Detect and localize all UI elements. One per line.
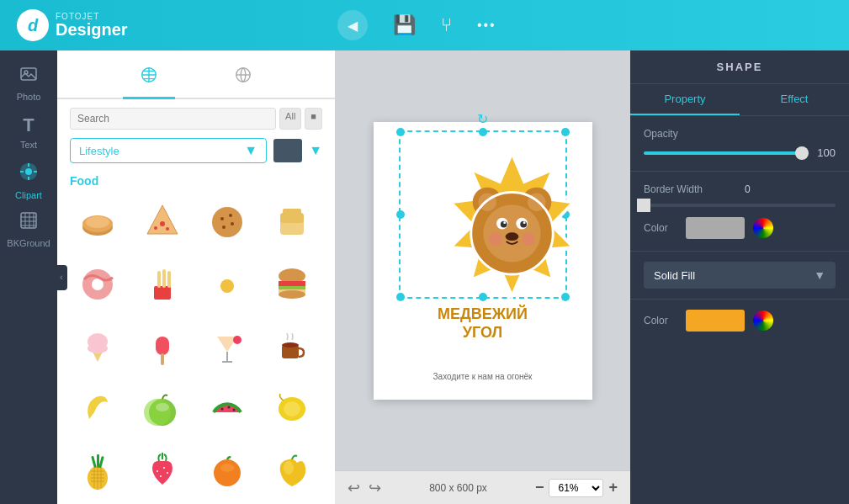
zoom-in-button[interactable]: + [608,479,618,496]
tab-clipart-online[interactable] [217,59,269,99]
clipart-banana[interactable] [70,381,125,437]
svg-point-55 [221,408,224,411]
clipart-panel: All ■ Lifestyle ▼ ▼ Food [57,50,335,504]
fill-color-label: Color [644,315,677,326]
svg-rect-33 [167,271,171,288]
svg-point-43 [88,343,108,353]
shape-panel-title: SHAPE [630,50,849,84]
border-color-palette-btn[interactable] [753,218,773,238]
clipart-watermelon[interactable] [199,381,255,437]
fill-type-select[interactable]: Solid Fill ▼ [644,262,836,289]
category-label: Food [57,170,335,194]
svg-marker-15 [147,205,178,234]
zoom-out-button[interactable]: − [535,479,544,496]
svg-point-24 [231,222,234,225]
svg-point-75 [214,459,241,486]
opacity-slider-thumb[interactable] [795,146,809,160]
panel-tabs [57,50,335,99]
border-color-box[interactable] [686,217,745,239]
svg-point-19 [166,227,169,231]
clipart-orange[interactable] [199,443,255,499]
sidebar-label-clipart: Clipart [15,190,42,200]
svg-point-14 [86,216,109,228]
handle-mid-left[interactable] [396,210,405,219]
svg-point-2 [25,168,32,175]
more-button[interactable]: ••• [477,18,496,33]
svg-point-22 [229,214,232,217]
clipart-mango[interactable] [264,443,320,499]
tab-property[interactable]: Property [630,84,740,115]
opacity-slider-track[interactable] [644,151,802,155]
svg-rect-61 [91,456,97,468]
fill-color-palette-btn[interactable] [753,310,773,331]
clipart-burger[interactable] [264,257,320,312]
brand-text: FOTOJET Designer [56,12,128,39]
canvas-title: МЕДВЕЖИЙ УГОЛ [374,305,592,342]
redo-button[interactable]: ↪ [369,479,381,497]
svg-point-54 [156,403,169,411]
opacity-label: Opacity [644,128,836,140]
tab-effect[interactable]: Effect [740,84,849,115]
share-button[interactable]: ⑂ [441,14,452,36]
clipart-pineapple[interactable] [70,443,125,499]
clipart-donut[interactable] [70,257,125,312]
color-preview[interactable] [273,139,302,162]
handle-top-left[interactable] [396,128,405,136]
sidebar-item-clipart[interactable]: Clipart [0,157,57,205]
search-input[interactable] [70,108,276,130]
opacity-row: 100 [644,146,836,159]
opacity-section: Opacity 100 [630,116,849,172]
filter-select[interactable]: Lifestyle ▼ [70,138,267,163]
clipart-cookie[interactable] [199,194,255,250]
clipart-apple[interactable] [135,381,190,437]
sidebar-item-background[interactable]: BKGround [0,205,57,254]
clipart-coffee[interactable] [264,319,320,374]
fill-type-row: Solid Fill ▼ [630,252,849,300]
selected-element[interactable]: ↻ [399,130,567,299]
svg-rect-0 [21,68,36,80]
clipart-fries[interactable] [135,257,190,312]
tab-clipart-local[interactable] [123,59,175,99]
handle-bottom-left[interactable] [396,293,405,301]
border-slider-thumb[interactable] [637,199,650,212]
back-button[interactable]: ◀ [337,10,368,40]
clipart-icecream[interactable] [70,319,125,374]
header: d FOTOJET Designer ◀ 💾 ⑂ ••• [0,0,849,50]
clipart-egg[interactable] [199,257,255,312]
search-seg2[interactable]: ■ [305,108,322,130]
zoom-control: − 61% 50% 75% 100% + [535,479,618,497]
clipart-cocktail[interactable] [199,319,255,374]
sidebar-label-photo: Photo [17,92,41,102]
sidebar-item-text[interactable]: T Text [0,108,57,157]
clipart-pizza[interactable] [135,194,190,250]
fill-type-arrow: ▼ [814,268,825,282]
clipart-popsicle[interactable] [135,319,190,374]
save-button[interactable]: 💾 [393,14,416,36]
handle-top-right[interactable] [561,128,570,136]
handle-top-mid[interactable] [479,128,487,136]
sidebar-label-text: Text [20,140,37,150]
clipart-bread[interactable] [70,194,125,250]
color-label: Color [644,222,677,234]
opacity-value: 100 [810,146,836,159]
search-seg1[interactable]: All [279,108,301,130]
svg-rect-27 [283,209,301,215]
clipart-toast[interactable] [264,194,320,250]
border-section: Border Width 0 Color [630,172,849,252]
sidebar-item-photo[interactable]: Photo [0,59,57,108]
undo-button[interactable]: ↩ [348,479,360,497]
fill-color-box[interactable] [686,310,745,332]
sidebar-collapse-button[interactable]: ‹ [56,265,67,290]
rotate-handle[interactable]: ↻ [477,111,488,127]
svg-point-57 [233,409,236,411]
canvas: ↻ [374,122,592,400]
clipart-lemon[interactable] [264,381,320,437]
clipart-strawberry[interactable] [135,443,190,499]
bottom-bar: ↩ ↪ 800 x 600 px − 61% 50% 75% 100% + [335,470,630,504]
text-icon: T [23,114,34,136]
icon-grid [57,194,335,499]
svg-point-59 [284,401,300,416]
bear-clipart[interactable] [430,145,594,309]
zoom-select[interactable]: 61% 50% 75% 100% [549,479,603,497]
svg-rect-38 [279,286,305,289]
